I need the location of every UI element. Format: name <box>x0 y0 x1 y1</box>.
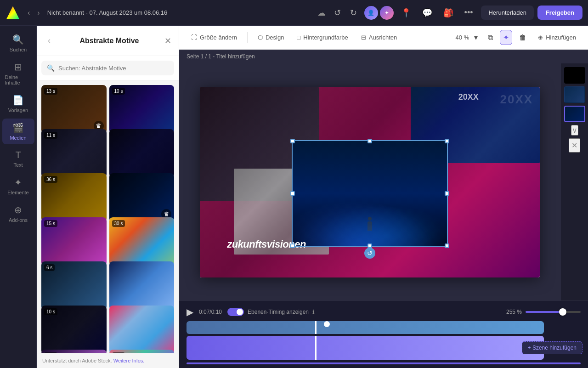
canvas-text-20xx-blue: 20XX <box>458 92 479 102</box>
layer-timing-toggle: Ebenen-Timing anzeigen ℹ <box>227 308 315 316</box>
panel-close-button[interactable]: ✕ <box>164 36 171 46</box>
elements-icon: ✦ <box>14 177 22 188</box>
media-panel: ‹ Abstrakte Motive ✕ 🔍 13 s♛10 s11 s36 s… <box>37 26 179 368</box>
avatar-star: ✦ <box>380 6 394 20</box>
canvas-row: ↺ 20XX 20XX zukunftsvisionen ∨ ✕ <box>179 63 588 300</box>
city-image[interactable] <box>292 140 448 247</box>
media-card[interactable]: 19 s <box>109 350 175 353</box>
media-card[interactable]: 15 s <box>41 217 107 266</box>
app-logo[interactable] <box>6 6 20 20</box>
undo-redo-group: ↺ ↻ <box>330 5 361 21</box>
media-duration-badge: 15 s <box>44 220 57 227</box>
sidebar-label-text: Text <box>13 162 23 168</box>
info-icon: ℹ <box>312 309 315 315</box>
content-icon: ⊞ <box>14 62 22 73</box>
thumb-dark[interactable] <box>564 86 585 103</box>
undo-button[interactable]: ↺ <box>330 5 345 21</box>
sidebar-item-content[interactable]: ⊞ Deine Inhalte <box>2 58 34 89</box>
media-card[interactable] <box>109 261 175 310</box>
playhead-1 <box>315 321 317 334</box>
media-card[interactable]: 10 s <box>109 85 175 134</box>
design-label: Design <box>266 34 284 41</box>
sidebar: 🔍 Suchen ⊞ Deine Inhalte 📄 Vorlagen 🎬 Me… <box>0 26 37 368</box>
thumb-active[interactable] <box>564 106 585 122</box>
track-1-container <box>187 321 581 334</box>
media-card[interactable]: 36 s <box>41 173 107 222</box>
page-indicator: Seite 1 / 1 - Titel hinzufügen <box>179 50 588 63</box>
toggle-knob <box>237 309 243 315</box>
toggle-switch[interactable] <box>227 308 244 316</box>
media-duration-badge: 36 s <box>44 176 57 183</box>
delete-icon-btn[interactable]: 🗑 <box>516 30 530 45</box>
thumb-more-button[interactable]: ∨ <box>571 125 578 136</box>
media-card[interactable]: 13 s♛ <box>41 85 107 134</box>
zoom-slider[interactable] <box>526 311 581 313</box>
sidebar-item-templates[interactable]: 📄 Vorlagen <box>2 91 34 117</box>
timeline-tracks: + Szene hinzufügen <box>179 321 588 364</box>
play-button[interactable]: ▶ <box>187 306 193 317</box>
zoom-slider-wrap <box>526 311 581 313</box>
sidebar-item-media[interactable]: 🎬 Medien <box>2 119 34 144</box>
zoom-value: 40 % <box>456 34 469 41</box>
sidebar-label-elements: Elemente <box>7 190 28 195</box>
media-card[interactable]: 10 s <box>41 306 107 353</box>
size-button[interactable]: ⛶ Größe ändern <box>187 31 242 44</box>
search-wrap: 🔍 <box>41 61 174 75</box>
track-1[interactable] <box>187 321 544 334</box>
panel-back-button[interactable]: ‹ <box>44 33 54 48</box>
addons-icon: ⊕ <box>14 204 22 215</box>
more-icon-btn[interactable]: ••• <box>461 5 477 20</box>
sidebar-item-addons[interactable]: ⊕ Add-ons <box>2 201 34 226</box>
city-lights <box>292 193 448 247</box>
media-card[interactable] <box>109 129 175 178</box>
forward-arrow[interactable]: › <box>34 7 42 19</box>
media-card[interactable]: 11 s <box>41 129 107 178</box>
background-icon: □ <box>297 34 300 41</box>
topbar: ‹ › Nicht benannt - 07. August 2023 um 0… <box>0 0 588 26</box>
bag-icon-btn[interactable]: 🎒 <box>440 5 457 21</box>
timeline-controls: ▶ 0:07/0:10 Ebenen-Timing anzeigen ℹ 255… <box>179 305 588 321</box>
media-duration-badge: 10 s <box>44 308 57 315</box>
redo-button[interactable]: ↻ <box>346 5 361 21</box>
align-button[interactable]: ⊟ Ausrichten <box>356 31 401 44</box>
track-2[interactable] <box>187 336 544 360</box>
sidebar-label-templates: Vorlagen <box>8 108 28 113</box>
timeline: ▶ 0:07/0:10 Ebenen-Timing anzeigen ℹ 255… <box>179 300 588 368</box>
media-duration-badge: 19 s <box>112 352 125 353</box>
download-button[interactable]: Herunterladen <box>481 6 533 20</box>
copy-icon-btn[interactable]: ⧉ <box>485 30 496 45</box>
media-card[interactable]: 30 s <box>109 217 175 266</box>
sidebar-label-content: Deine Inhalte <box>5 74 32 85</box>
timeline-ruler <box>187 362 581 364</box>
add-button[interactable]: ⊕ Hinzufügen <box>533 31 581 44</box>
sidebar-item-text[interactable]: T Text <box>2 146 34 171</box>
panel-close-right[interactable]: ✕ <box>569 138 580 153</box>
search-input[interactable] <box>58 65 169 72</box>
sidebar-label-search: Suchen <box>10 47 27 52</box>
media-card[interactable] <box>109 306 175 353</box>
media-duration-badge: 30 s <box>112 220 125 227</box>
page-indicator-text: Seite 1 / 1 - Titel hinzufügen <box>187 53 255 60</box>
share-button[interactable]: Freigeben <box>537 6 582 20</box>
media-card[interactable]: 20 s <box>41 350 107 353</box>
footer-link[interactable]: Weitere Infos. <box>113 358 145 363</box>
location-icon-btn[interactable]: 📍 <box>397 5 415 21</box>
topbar-right: Herunterladen Freigeben <box>481 6 582 20</box>
sidebar-item-search[interactable]: 🔍 Suchen <box>2 30 34 56</box>
background-button[interactable]: □ Hintergrundfarbe <box>292 31 352 44</box>
magic-icon-btn[interactable]: ✦ <box>500 30 512 45</box>
back-arrow[interactable]: ‹ <box>25 7 33 19</box>
canvas-container[interactable]: ↺ 20XX 20XX zukunftsvisionen <box>179 63 560 300</box>
canvas-frame: ↺ 20XX 20XX zukunftsvisionen <box>200 87 540 277</box>
panel-footer: Unterstützt durch Adobe Stock. Weitere I… <box>37 353 179 368</box>
thumb-black[interactable] <box>564 67 585 84</box>
media-card[interactable]: 6 s <box>41 261 107 310</box>
add-scene-button[interactable]: + Szene hinzufügen <box>522 341 582 354</box>
zoom-dropdown[interactable]: ▾ <box>471 30 481 45</box>
sidebar-item-elements[interactable]: ✦ Elemente <box>2 173 34 199</box>
media-card[interactable]: ♛ <box>109 173 175 222</box>
chat-icon-btn[interactable]: 💬 <box>418 5 436 21</box>
canvas-column: ⛶ Größe ändern ⬡ Design □ Hintergrundfar… <box>179 26 588 368</box>
sidebar-label-addons: Add-ons <box>9 217 28 223</box>
design-button[interactable]: ⬡ Design <box>253 31 288 44</box>
